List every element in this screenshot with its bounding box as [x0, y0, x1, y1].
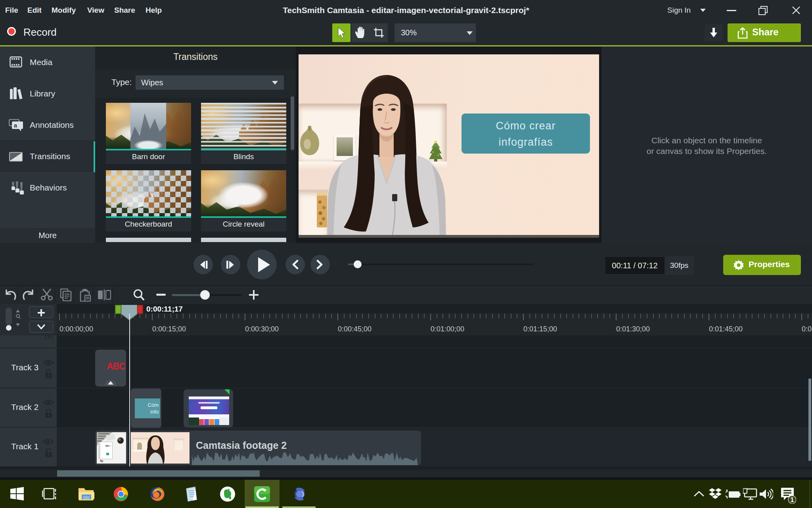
svg-text:a: a: [14, 122, 17, 129]
svg-text:1: 1: [791, 496, 794, 503]
